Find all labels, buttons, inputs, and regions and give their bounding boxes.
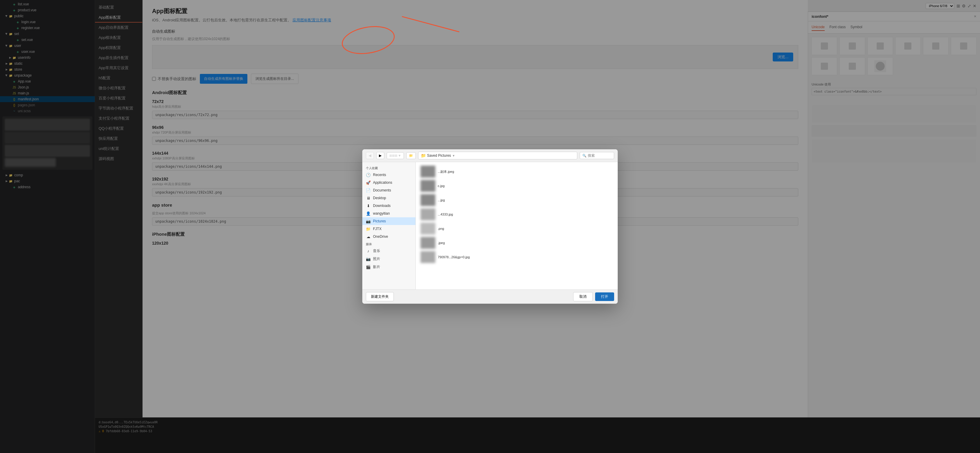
back-button[interactable]: ◀	[366, 152, 374, 159]
file-name-label: ...4333.jpg	[438, 213, 453, 216]
file-item[interactable]: .png	[418, 221, 615, 236]
sidebar-nav-onedrive[interactable]: ☁ OneDrive	[362, 233, 415, 240]
view-grid-icon: ⊞⊞⊞	[389, 154, 397, 157]
search-icon: 🔍	[582, 154, 587, 157]
new-folder-toolbar-button[interactable]: 📁	[406, 152, 416, 159]
downloads-icon: ⬇	[366, 203, 371, 208]
dialog-sidebar: 个人收藏 🕐 Recents 🚀 Applications 📄 Document…	[362, 162, 416, 289]
sidebar-nav-movies[interactable]: 🎬 影片	[362, 263, 415, 271]
recents-label: Recents	[373, 173, 386, 177]
music-label: 音乐	[373, 248, 380, 254]
photos-icon: 📷	[366, 257, 371, 262]
applications-icon: 🚀	[366, 180, 371, 185]
sidebar-nav-desktop[interactable]: 🖥 Desktop	[362, 194, 415, 202]
file-name-label: 790978...26&gp=0.jpg	[438, 255, 470, 259]
favorites-label: 个人收藏	[362, 164, 415, 171]
dialog-body: 个人收藏 🕐 Recents 🚀 Applications 📄 Document…	[362, 162, 618, 289]
file-thumbnail	[420, 166, 435, 178]
file-picker-dialog: ◀ ▶ ⊞⊞⊞ ▼ 📁 📁 Saved Pictures ▼	[362, 149, 618, 304]
sidebar-nav-downloads[interactable]: ⬇ Downloads	[362, 202, 415, 210]
file-item[interactable]: ...副本.jpeg	[418, 164, 615, 179]
view-chevron-icon: ▼	[398, 154, 401, 157]
wangyitian-label: wangyitian	[373, 211, 390, 216]
file-thumbnail	[420, 223, 435, 235]
forward-button[interactable]: ▶	[376, 152, 384, 159]
documents-icon: 📄	[366, 188, 371, 193]
file-thumbnail	[420, 237, 435, 249]
wangyitian-icon: 👤	[366, 211, 371, 216]
photos-label: 照片	[373, 256, 380, 262]
file-item[interactable]: c.jpg	[418, 179, 615, 193]
file-name-label: ...jpg	[438, 198, 445, 202]
location-icon: 📁	[421, 153, 426, 158]
onedrive-icon: ☁	[366, 234, 371, 239]
back-icon: ◀	[369, 154, 371, 157]
dialog-footer: 新建文件夹 取消 打开	[362, 289, 618, 304]
sidebar-nav-applications[interactable]: 🚀 Applications	[362, 179, 415, 186]
movies-icon: 🎬	[366, 265, 371, 270]
search-bar: 🔍	[580, 152, 614, 159]
sidebar-nav-wangyitian[interactable]: 👤 wangyitian	[362, 210, 415, 217]
file-name-label: ...副本.jpeg	[438, 170, 454, 174]
open-button[interactable]: 打开	[595, 292, 614, 301]
search-input[interactable]	[588, 154, 611, 157]
cancel-button[interactable]: 取消	[573, 292, 593, 301]
documents-label: Documents	[373, 188, 391, 192]
desktop-icon: 🖥	[366, 196, 371, 200]
recents-icon: 🕐	[366, 172, 371, 177]
new-folder-footer-button[interactable]: 新建文件夹	[366, 292, 394, 301]
forward-icon: ▶	[379, 154, 382, 157]
location-chevron-icon: ▼	[452, 154, 455, 157]
dialog-toolbar: ◀ ▶ ⊞⊞⊞ ▼ 📁 📁 Saved Pictures ▼	[362, 149, 618, 162]
file-name-label: .png	[438, 227, 444, 230]
location-bar: 📁 Saved Pictures ▼	[418, 152, 577, 159]
file-thumbnail	[420, 251, 435, 263]
location-text: Saved Pictures	[427, 154, 451, 157]
sidebar-nav-fjtx[interactable]: 📁 FJTX	[362, 225, 415, 233]
fjtx-label: FJTX	[373, 227, 382, 231]
file-thumbnail	[420, 194, 435, 206]
file-item[interactable]: .jpeg	[418, 236, 615, 250]
dialog-files: ...副本.jpeg c.jpg ...jpg ...4333.jpg	[416, 162, 618, 289]
downloads-label: Downloads	[373, 203, 390, 208]
sidebar-nav-music[interactable]: ♪ 音乐	[362, 247, 415, 255]
applications-label: Applications	[373, 181, 392, 184]
app-container: ◈ list.vue ◈ product.vue ▶ 📁 public ◈ lo…	[0, 0, 980, 453]
file-thumbnail	[420, 208, 435, 220]
file-item[interactable]: ...jpg	[418, 193, 615, 207]
fjtx-icon: 📁	[366, 227, 371, 231]
new-folder-icon: 📁	[409, 154, 413, 157]
sidebar-nav-photos[interactable]: 📷 照片	[362, 255, 415, 263]
sidebar-nav-documents[interactable]: 📄 Documents	[362, 186, 415, 194]
desktop-label: Desktop	[373, 196, 386, 200]
music-icon: ♪	[366, 249, 371, 254]
view-toggle[interactable]: ⊞⊞⊞ ▼	[387, 152, 404, 159]
file-name-label: .jpeg	[438, 241, 445, 245]
onedrive-label: OneDrive	[373, 235, 388, 238]
movies-label: 影片	[373, 264, 380, 270]
file-name-label: c.jpg	[438, 184, 445, 188]
pictures-icon: 📷	[366, 219, 371, 224]
sidebar-nav-pictures[interactable]: 📷 Pictures	[362, 217, 415, 225]
pictures-label: Pictures	[373, 219, 386, 223]
sidebar-nav-recents[interactable]: 🕐 Recents	[362, 171, 415, 179]
file-item[interactable]: ...4333.jpg	[418, 207, 615, 221]
file-item[interactable]: 790978...26&gp=0.jpg	[418, 250, 615, 264]
media-label: 媒体	[362, 240, 415, 247]
dialog-overlay: ◀ ▶ ⊞⊞⊞ ▼ 📁 📁 Saved Pictures ▼	[0, 0, 980, 453]
file-thumbnail	[420, 180, 435, 192]
